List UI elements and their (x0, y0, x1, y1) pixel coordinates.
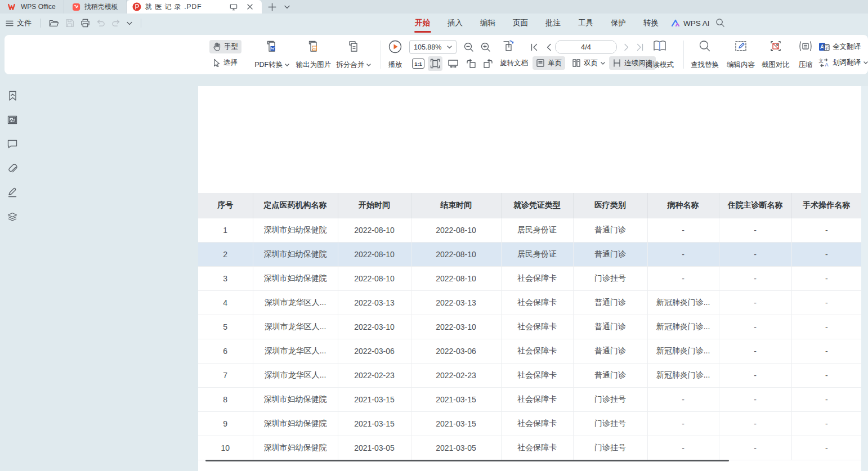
new-tab-plus-icon[interactable] (266, 3, 279, 11)
table-cell: 居民身份证 (501, 218, 573, 242)
table-cell: 8 (198, 387, 253, 411)
play-button[interactable]: 播放 (383, 39, 408, 70)
tab-docer[interactable]: 找稻壳模板 (64, 0, 127, 14)
full-translate-label: 全文翻译 (833, 42, 861, 52)
table-cell: 深圳市妇幼保健院 (253, 436, 338, 460)
search-icon[interactable] (715, 18, 725, 28)
table-cell: 4 (198, 290, 253, 315)
word-translate-button[interactable]: 文A 划词翻译 (818, 56, 868, 69)
image-icon[interactable] (6, 113, 19, 127)
page-number-input[interactable]: 4/4 (555, 40, 617, 54)
tab-document-active[interactable]: 就 医 记 录 .PDF (127, 0, 262, 14)
undo-icon[interactable] (96, 19, 105, 27)
split-merge-button[interactable]: 拆分合并 (330, 39, 377, 70)
layers-icon[interactable] (6, 210, 19, 223)
table-cell: 普通门诊 (573, 218, 647, 242)
rotate-left-icon[interactable] (464, 56, 478, 71)
folder-open-icon[interactable] (49, 19, 59, 28)
table-row: 3深圳市妇幼保健院2022-08-102022-08-10社会保障卡门诊挂号--… (198, 266, 861, 290)
save-icon[interactable] (65, 19, 74, 28)
table-cell: 2022-08-10 (338, 218, 411, 242)
table-row: 2深圳市妇幼保健院2022-08-102022-08-10居民身份证普通门诊--… (198, 242, 861, 266)
table-cell: - (719, 436, 791, 460)
full-translate-button[interactable]: A字 全文翻译 (818, 40, 868, 53)
screenshot-compare-button[interactable]: 截图对比 (758, 39, 794, 70)
select-tool-button[interactable]: 选择 (209, 56, 241, 69)
read-mode-button[interactable]: 阅读模式 (642, 39, 678, 70)
paperclip-icon[interactable] (6, 162, 19, 175)
zoom-level-select[interactable]: 105.88% (409, 40, 457, 54)
rotate-doc-label[interactable]: 旋转文档 (500, 56, 528, 70)
comment-icon[interactable] (6, 137, 19, 151)
hamburger-icon (6, 20, 14, 26)
table-cell: 社会保障卡 (501, 290, 573, 315)
divider (381, 41, 381, 69)
table-cell: 2021-03-15 (411, 387, 501, 411)
vertical-scrollbar[interactable] (861, 86, 868, 471)
double-page-button[interactable]: 双页 (569, 56, 609, 70)
table-cell: 普通门诊 (573, 290, 647, 315)
tab-insert[interactable]: 插入 (446, 15, 464, 32)
next-page-icon[interactable] (619, 40, 634, 55)
close-icon[interactable] (244, 3, 256, 10)
signature-pen-icon[interactable] (6, 186, 19, 199)
hand-tool-button[interactable]: 手型 (209, 40, 241, 53)
chevron-down-icon[interactable] (127, 21, 132, 25)
tab-convert[interactable]: 转换 (642, 15, 660, 32)
actual-size-icon[interactable]: 1:1 (411, 56, 426, 71)
compress-button[interactable]: 压缩 (793, 39, 818, 70)
edit-content-button[interactable]: 编辑内容 (723, 39, 759, 70)
table-cell: 2022-03-13 (411, 290, 501, 315)
tab-protect[interactable]: 保护 (610, 15, 627, 32)
file-group: 文件 (6, 18, 144, 28)
table-row: 4深圳市龙华区人...2022-03-132022-03-13社会保障卡普通门诊… (198, 290, 861, 315)
tab-wps-home[interactable]: WPS Office (0, 0, 64, 14)
continuous-icon (612, 59, 621, 68)
horizontal-scrollbar[interactable] (205, 460, 729, 461)
split-merge-label: 拆分合并 (336, 61, 364, 69)
table-cell: 深圳市龙华区人... (253, 339, 338, 363)
page-indicator: 4/4 (581, 43, 591, 51)
file-menu-button[interactable]: 文件 (6, 18, 32, 28)
rotate-right-icon[interactable] (481, 56, 495, 71)
table-cell: - (647, 266, 719, 290)
tab-home[interactable]: 开始 (414, 15, 431, 32)
tab-page[interactable]: 页面 (512, 15, 529, 32)
bookmark-icon[interactable] (6, 89, 19, 102)
print-icon[interactable] (80, 19, 90, 28)
monitor-icon[interactable] (227, 3, 240, 11)
pdf-page[interactable]: 序号定点医药机构名称开始时间结束时间就诊凭证类型医疗类别病种名称住院主诊断名称手… (198, 86, 861, 471)
read-mode-label: 阅读模式 (646, 60, 674, 70)
table-cell: 深圳市龙华区人... (253, 290, 338, 315)
table-cell: 深圳市龙华区人... (253, 315, 338, 339)
table-cell: - (791, 436, 861, 460)
record-table: 序号定点医药机构名称开始时间结束时间就诊凭证类型医疗类别病种名称住院主诊断名称手… (198, 193, 861, 460)
column-header: 序号 (198, 193, 253, 218)
first-page-icon[interactable] (527, 40, 542, 55)
table-cell: 2022-08-10 (411, 218, 501, 242)
column-header: 病种名称 (647, 193, 719, 218)
single-page-button[interactable]: 单页 (533, 56, 565, 70)
tab-annotate[interactable]: 批注 (544, 15, 562, 32)
export-image-icon (306, 39, 321, 54)
zoom-out-icon[interactable] (462, 40, 476, 55)
redo-icon[interactable] (111, 19, 120, 27)
tab-tools[interactable]: 工具 (577, 15, 594, 32)
tab-bar: WPS Office 找稻壳模板 就 医 记 录 .PDF (0, 0, 868, 14)
compress-icon (798, 39, 813, 53)
zoom-in-icon[interactable] (478, 40, 493, 55)
find-replace-button[interactable]: 查找替换 (687, 39, 723, 70)
tab-edit[interactable]: 编辑 (479, 15, 496, 32)
tab-list-chevron-icon[interactable] (281, 5, 293, 9)
fit-width-icon[interactable] (446, 56, 460, 71)
fit-page-icon[interactable] (428, 56, 442, 71)
rotate-pages-icon[interactable] (501, 39, 516, 53)
wps-ai-button[interactable]: WPS AI (671, 14, 710, 33)
find-replace-label: 查找替换 (691, 60, 719, 70)
column-header: 开始时间 (338, 193, 411, 218)
table-cell: 2022-03-06 (411, 339, 501, 363)
prev-page-icon[interactable] (542, 40, 556, 55)
table-row: 8深圳市妇幼保健院2021-03-152021-03-15社会保障卡门诊挂号--… (198, 387, 861, 411)
play-label: 播放 (388, 60, 402, 70)
table-cell: 新冠肺炎门诊... (647, 363, 719, 387)
